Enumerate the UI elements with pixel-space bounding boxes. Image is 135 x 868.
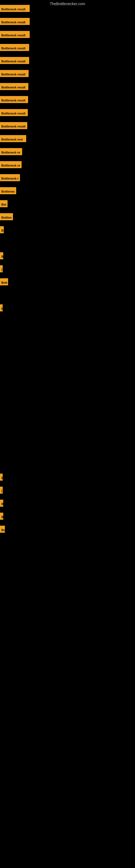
bar-label: Bottleneck result xyxy=(0,96,28,103)
bar-row: Bottleneck result xyxy=(0,5,30,12)
bar-row: B xyxy=(0,500,3,507)
bar-row: B xyxy=(0,252,3,259)
bar-label: Bottleneck result xyxy=(0,31,30,38)
bar-label: B xyxy=(0,500,3,507)
bar-row: Bottleneck result xyxy=(0,18,30,25)
bar-label: Bottleneck result xyxy=(0,18,30,25)
bar-row: | xyxy=(0,265,3,272)
bar-label: Bottleneck result xyxy=(0,122,27,129)
bar-label: Bottleneck rest xyxy=(0,135,26,142)
bar-label: Bottleneck result xyxy=(0,109,28,116)
bar-label: Bo xyxy=(0,526,5,533)
bar-label: | xyxy=(0,487,3,494)
bar-row: Bottleneck result xyxy=(0,83,28,90)
bar-label: Bottlenec xyxy=(0,187,16,194)
bar-row: E xyxy=(0,304,3,311)
bar-row: B xyxy=(0,513,3,520)
bar-label: Bottleneck re xyxy=(0,148,22,155)
bar-label: Bottleneck result xyxy=(0,44,29,51)
bar-row: B xyxy=(0,226,4,233)
bar-row: | xyxy=(0,487,3,494)
bar-label: Bottlen xyxy=(0,213,13,220)
bar-label: B xyxy=(0,252,3,259)
bar-row: Bott xyxy=(0,278,8,285)
bar-row: Bottlenec xyxy=(0,187,16,194)
bar-label: Bottleneck result xyxy=(0,5,30,12)
bar-label: Bottleneck result xyxy=(0,70,29,77)
bar-label: Bottleneck r xyxy=(0,174,20,181)
bar-row: Bottleneck r xyxy=(0,174,20,181)
bar-row: Bottleneck result xyxy=(0,122,27,129)
bar-row: Bottleneck result xyxy=(0,109,28,116)
bar-label: B xyxy=(0,513,3,520)
bar-label: Bottleneck re xyxy=(0,161,21,168)
bar-row: Bottleneck result xyxy=(0,57,29,64)
bar-label: B xyxy=(0,226,4,233)
bar-row: Bottleneck re xyxy=(0,148,22,155)
bar-row: Bot xyxy=(0,200,8,207)
bar-row: Bottleneck result xyxy=(0,70,29,77)
bar-row: E xyxy=(0,474,3,480)
bar-row: Bottleneck result xyxy=(0,44,29,51)
bar-label: | xyxy=(0,265,3,272)
bar-row: Bottlen xyxy=(0,213,13,220)
bar-label: Bottleneck result xyxy=(0,83,28,90)
bar-label: E xyxy=(0,474,3,480)
bar-label: Bott xyxy=(0,278,8,285)
bar-row: Bottleneck result xyxy=(0,31,30,38)
bar-label: Bot xyxy=(0,200,8,207)
bar-row: Bo xyxy=(0,526,5,533)
bar-row: Bottleneck re xyxy=(0,161,21,168)
bar-row: Bottleneck rest xyxy=(0,135,26,142)
bar-label: Bottleneck result xyxy=(0,57,29,64)
bar-row: Bottleneck result xyxy=(0,96,28,103)
bar-label: E xyxy=(0,304,3,311)
